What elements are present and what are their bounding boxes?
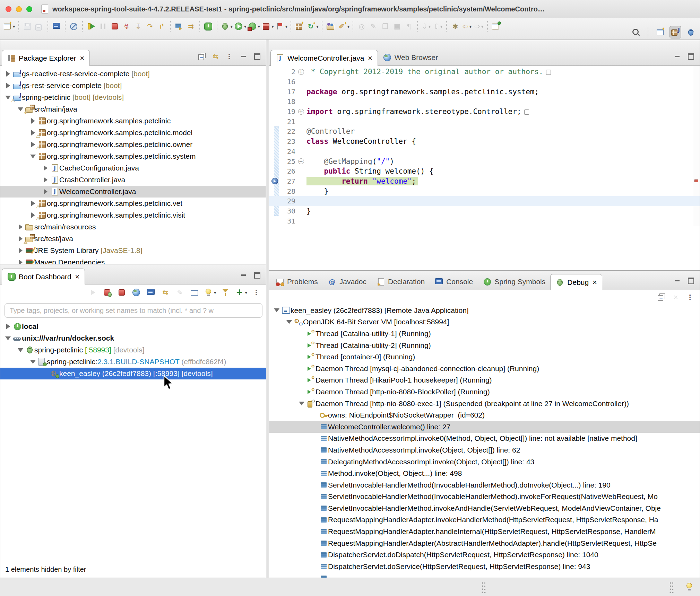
debug-button[interactable] — [101, 286, 113, 299]
tree-item[interactable]: WelcomeController.java — [0, 186, 266, 198]
collapse-arrow[interactable] — [297, 399, 306, 408]
step-over-button[interactable]: ↷ — [144, 20, 156, 33]
collapse-arrow[interactable] — [16, 345, 25, 355]
package-explorer-tab-package-explorer[interactable]: Package Explorer✕ — [2, 50, 90, 66]
tree-item[interactable]: Daemon Thread [HikariPool-1 housekeeper]… — [269, 375, 700, 386]
expand-arrow[interactable] — [16, 224, 25, 230]
fold-toggle[interactable]: + — [295, 69, 306, 75]
expand-arrow[interactable] — [41, 165, 50, 171]
tree-item[interactable]: ⚠org.springframework.samples.petclinic.o… — [0, 139, 266, 150]
maximize-button[interactable] — [685, 274, 697, 287]
code-line[interactable]: 19+import org.springframework.stereotype… — [269, 107, 700, 117]
maximize-button[interactable] — [685, 50, 697, 63]
tree-item[interactable]: owns: NioEndpoint$NioSocketWrapper (id=6… — [269, 409, 700, 421]
code-line[interactable]: 25− @GetMapping("/") — [269, 156, 700, 166]
tree-item[interactable]: DispatcherServlet.doService(HttpServletR… — [269, 561, 700, 572]
dropdown-arrow-icon[interactable]: ▾ — [440, 24, 443, 29]
bottom-tab-debug[interactable]: Debug✕ — [550, 274, 602, 290]
code-line[interactable]: 29 — [269, 196, 700, 206]
expand-arrow[interactable] — [3, 83, 13, 88]
minimize-window-button[interactable] — [16, 6, 22, 12]
boot-dashboard-filter-input[interactable] — [5, 303, 262, 318]
tips-lightbulb-icon[interactable] — [685, 582, 694, 591]
close-icon[interactable]: ✕ — [80, 55, 85, 62]
tree-item[interactable]: RequestMappingHandlerAdapter(AbstractHan… — [269, 537, 700, 549]
code-line[interactable]: 21 — [269, 116, 700, 126]
open-console-button[interactable] — [145, 286, 157, 299]
close-icon[interactable]: ✕ — [592, 279, 597, 286]
close-window-button[interactable] — [6, 6, 11, 12]
tree-item[interactable]: ⚠spring-petclinic [boot] [devtools] — [0, 91, 266, 103]
dropdown-arrow-icon[interactable]: ▾ — [481, 24, 484, 29]
bottom-tab-console[interactable]: Console — [430, 274, 478, 290]
code-line[interactable]: 2+ * Copyright 2012-2019 the original au… — [269, 67, 700, 77]
view-menu-button[interactable] — [251, 286, 262, 299]
code-line[interactable]: 27 return "welcome"; — [269, 176, 700, 186]
search-button[interactable] — [630, 26, 642, 38]
bottom-tab-spring-symbols[interactable]: Spring Symbols — [478, 274, 550, 290]
code-line[interactable]: 24 — [269, 147, 700, 157]
tree-item[interactable]: org.springframework.samples.petclinic — [0, 115, 266, 127]
dropdown-arrow-icon[interactable]: ▾ — [13, 24, 15, 29]
tree-item[interactable]: spring-petclinic:2.3.1.BUILD-SNAPSHOT (e… — [0, 356, 266, 368]
dropdown-arrow-icon[interactable]: ▾ — [429, 24, 431, 29]
tree-item[interactable]: Thread [container-0] (Running) — [269, 351, 700, 363]
dropdown-arrow-icon[interactable]: ▾ — [245, 290, 247, 295]
last-edit-location-button[interactable]: ✱ — [449, 20, 461, 33]
folded-region-icon[interactable] — [546, 70, 551, 75]
code-line[interactable]: 26 public String welcome() { — [269, 166, 700, 176]
minimize-button[interactable] — [671, 50, 683, 63]
tree-item[interactable]: Daemon Thread [http-nio-8080-exec-1] (Su… — [269, 398, 700, 410]
run-as-button[interactable]: ▾ — [233, 20, 247, 33]
breakpoint-margin[interactable] — [269, 178, 280, 184]
code-line[interactable]: 23class WelcomeController { — [269, 137, 700, 147]
bottom-tab-javadoc[interactable]: Javadoc — [323, 274, 371, 290]
properties-button[interactable] — [189, 286, 200, 299]
tree-item[interactable]: JRE System Library [JavaSE-1.8] — [0, 245, 266, 256]
tree-item[interactable]: DelegatingMethodAccessorImpl.invoke(Obje… — [269, 456, 700, 468]
dropdown-arrow-icon[interactable]: ▾ — [285, 24, 288, 29]
collapse-all-button[interactable] — [655, 291, 667, 304]
tree-item[interactable]: ⚠org.springframework.samples.petclinic.v… — [0, 209, 266, 221]
tree-item[interactable]: spring-petclinic [:58993] [devtools] — [0, 344, 266, 356]
step-return-button[interactable]: ↱ — [156, 20, 168, 33]
tree-item[interactable]: Maven Dependencies — [0, 256, 266, 264]
expand-arrow[interactable] — [3, 71, 13, 77]
expand-fold-icon[interactable]: + — [298, 109, 304, 115]
expand-arrow[interactable] — [16, 260, 25, 264]
tree-item[interactable]: Daemon Thread [http-nio-8080-BlockPoller… — [269, 386, 700, 398]
debug-perspective-button[interactable] — [685, 26, 697, 38]
tree-item[interactable]: DispatcherServlet.doDispatch(HttpServlet… — [269, 549, 700, 561]
tree-item[interactable]: ServletInvocableHandlerMethod(InvocableH… — [269, 479, 700, 491]
dropdown-arrow-icon[interactable]: ▾ — [214, 290, 216, 295]
code-line[interactable]: 22@Controller — [269, 126, 700, 137]
add-target-button[interactable]: ▾ — [234, 286, 248, 299]
open-type-button[interactable] — [325, 20, 337, 33]
step-into-button[interactable]: ↧ — [132, 20, 144, 33]
tree-item[interactable]: ServletInvocableHandlerMethod(InvocableH… — [269, 491, 700, 503]
stop-button[interactable] — [116, 286, 128, 299]
run-history-button[interactable]: ▾ — [275, 20, 288, 33]
minimize-button[interactable] — [671, 274, 683, 287]
view-menu-button[interactable] — [684, 291, 696, 304]
tree-item[interactable]: CrashController.java — [0, 174, 266, 186]
expand-arrow[interactable] — [41, 189, 50, 194]
open-web-browser-button[interactable] — [130, 286, 142, 299]
resume-button[interactable] — [85, 20, 97, 33]
skip-all-breakpoints-button[interactable] — [68, 20, 80, 33]
tree-item[interactable]: Thread [Catalina-utility-1] (Running) — [269, 328, 700, 340]
drag-handle-right[interactable] — [669, 581, 674, 593]
collapse-arrow[interactable] — [28, 152, 38, 161]
zoom-window-button[interactable] — [26, 6, 32, 12]
tree-item[interactable]: Method.invoke(Object, Object...) line: 4… — [269, 467, 700, 479]
toolbar-search-button[interactable]: ▾ — [337, 20, 351, 33]
debug-as-button[interactable]: ▾ — [220, 20, 234, 33]
profile-as-button[interactable]: ▾ — [247, 20, 261, 33]
expand-arrow[interactable] — [16, 248, 25, 253]
code-line[interactable]: 30} — [269, 206, 700, 216]
dropdown-arrow-icon[interactable]: ▾ — [271, 24, 274, 29]
tree-item[interactable]: keen_easley (26c2fedf7883) [:58993] [dev… — [0, 368, 266, 379]
collapse-fold-icon[interactable]: − — [298, 158, 304, 164]
code-line[interactable]: 16 — [269, 77, 700, 87]
open-perspective-button[interactable] — [654, 26, 666, 38]
